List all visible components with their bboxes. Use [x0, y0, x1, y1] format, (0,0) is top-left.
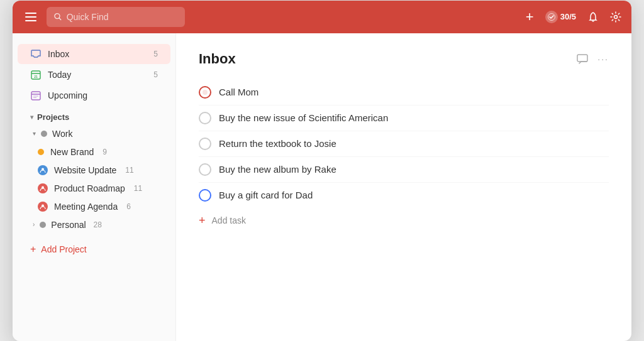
search-input[interactable] — [67, 12, 177, 22]
sidebar-upcoming-label: Upcoming — [48, 90, 158, 100]
personal-group-header[interactable]: › Personal 28 — [18, 216, 170, 234]
comment-icon[interactable] — [576, 53, 589, 65]
project-item-website-update[interactable]: Website Update 11 — [18, 161, 170, 179]
task-text: Buy the new album by Rake — [219, 164, 609, 175]
sidebar-inbox-label: Inbox — [48, 49, 145, 59]
add-task-row[interactable]: + Add task — [199, 208, 609, 234]
sidebar-item-inbox[interactable]: Inbox 5 — [18, 44, 170, 64]
karma-badge[interactable]: 30/5 — [545, 11, 576, 23]
karma-value: 30/5 — [560, 12, 576, 21]
header-right: + 30/5 — [526, 9, 621, 25]
projects-label: Projects — [37, 112, 69, 122]
svg-point-3 — [614, 15, 618, 18]
add-project-label: Add Project — [41, 244, 86, 254]
add-project-plus-icon: + — [30, 244, 36, 255]
search-bar[interactable] — [47, 7, 185, 27]
content-actions: ··· — [576, 53, 609, 65]
website-update-person-icon — [38, 165, 48, 175]
task-item[interactable]: Buy the new album by Rake — [199, 157, 609, 183]
meeting-agenda-label: Meeting Agenda — [54, 202, 118, 212]
task-item[interactable]: Call Mom — [199, 80, 609, 106]
personal-group-label: Personal — [51, 220, 86, 230]
sidebar: Inbox 5 21 Today 5 — [13, 33, 176, 341]
sidebar-inbox-count: 5 — [153, 50, 158, 58]
task-text: Buy a gift card for Dad — [219, 190, 609, 200]
website-update-label: Website Update — [54, 165, 116, 175]
sidebar-item-upcoming[interactable]: Upcoming — [18, 85, 170, 106]
work-group-label: Work — [52, 129, 72, 139]
more-options-icon[interactable]: ··· — [597, 54, 609, 64]
project-item-new-brand[interactable]: New Brand 9 — [18, 143, 170, 161]
add-task-label: Add task — [212, 215, 246, 225]
meeting-agenda-person-icon — [38, 202, 48, 212]
new-brand-label: New Brand — [50, 147, 94, 157]
notifications-button[interactable] — [587, 11, 599, 23]
task-checkbox[interactable] — [199, 163, 211, 176]
content-header: Inbox ··· — [199, 51, 609, 67]
personal-group-count: 28 — [94, 220, 102, 229]
search-icon — [54, 13, 62, 21]
work-group-header[interactable]: ▾ Work — [18, 125, 170, 143]
personal-dot-icon — [40, 222, 46, 228]
work-project-group: ▾ Work New Brand 9 Web — [13, 125, 175, 215]
task-checkbox[interactable] — [199, 112, 211, 124]
sidebar-today-count: 5 — [153, 70, 158, 79]
settings-button[interactable] — [610, 11, 621, 23]
project-item-product-roadmap[interactable]: Product Roadmap 11 — [18, 180, 170, 197]
sidebar-item-today[interactable]: 21 Today 5 — [18, 65, 170, 85]
upcoming-icon — [30, 90, 42, 101]
sidebar-today-label: Today — [48, 70, 145, 80]
product-roadmap-person-icon — [38, 183, 48, 193]
add-project-button[interactable]: + Add Project — [18, 239, 170, 260]
project-item-meeting-agenda[interactable]: Meeting Agenda 6 — [18, 198, 170, 215]
svg-line-1 — [59, 18, 61, 20]
projects-chevron-icon: ▾ — [30, 114, 33, 121]
today-icon: 21 — [30, 69, 42, 80]
content-area: Inbox ··· — [176, 33, 631, 341]
inbox-icon — [30, 48, 42, 60]
projects-section-header[interactable]: ▾ Projects — [18, 106, 170, 124]
app-window: + 30/5 — [13, 1, 631, 341]
add-task-plus-icon: + — [199, 214, 206, 227]
svg-text:21: 21 — [34, 74, 38, 78]
product-roadmap-label: Product Roadmap — [54, 183, 125, 193]
karma-check-icon — [545, 11, 558, 23]
main-layout: Inbox 5 21 Today 5 — [13, 33, 631, 341]
task-list: Call Mom Buy the new issue of Scientific… — [199, 80, 609, 208]
new-brand-dot-icon — [38, 149, 44, 155]
page-title: Inbox — [199, 51, 576, 67]
product-roadmap-count: 11 — [134, 184, 142, 193]
header: + 30/5 — [13, 1, 631, 33]
task-item[interactable]: Buy the new issue of Scientific American — [199, 106, 609, 131]
website-update-count: 11 — [125, 166, 133, 175]
work-chevron-icon: ▾ — [33, 130, 36, 137]
task-text: Call Mom — [219, 87, 609, 97]
task-text: Return the textbook to Josie — [219, 138, 609, 149]
new-brand-count: 9 — [103, 148, 107, 156]
meeting-agenda-count: 6 — [126, 202, 131, 211]
personal-chevron-icon: › — [33, 221, 35, 228]
task-checkbox[interactable] — [199, 138, 211, 150]
task-checkbox[interactable] — [199, 189, 211, 202]
task-item[interactable]: Buy a gift card for Dad — [199, 183, 609, 208]
task-item[interactable]: Return the textbook to Josie — [199, 131, 609, 157]
svg-point-15 — [203, 90, 208, 95]
svg-rect-14 — [577, 55, 587, 62]
svg-point-16 — [202, 192, 208, 198]
task-checkbox[interactable] — [199, 86, 211, 99]
work-dot-icon — [41, 131, 47, 137]
task-text: Buy the new issue of Scientific American — [219, 112, 609, 123]
add-button[interactable]: + — [526, 9, 534, 25]
hamburger-icon[interactable] — [23, 10, 39, 24]
